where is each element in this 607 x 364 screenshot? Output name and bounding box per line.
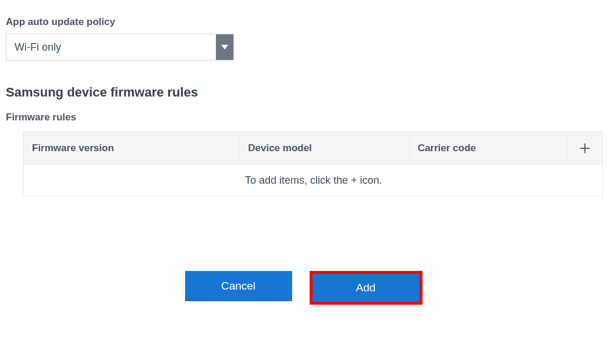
policy-select-value: Wi-Fi only — [6, 34, 216, 60]
th-carrier-code: Carrier code — [410, 132, 567, 164]
firmware-rules-table: Firmware version Device model Carrier co… — [23, 131, 603, 197]
button-bar: Cancel Add — [6, 271, 601, 305]
table-header-row: Firmware version Device model Carrier co… — [24, 132, 602, 165]
add-button-highlight: Add — [310, 271, 423, 305]
table-empty-row: To add items, click the + icon. — [24, 165, 602, 196]
section-heading: Samsung device firmware rules — [6, 85, 601, 100]
firmware-rules-label: Firmware rules — [6, 112, 601, 123]
policy-label: App auto update policy — [6, 16, 601, 28]
add-row-button[interactable] — [567, 132, 602, 164]
policy-select[interactable]: Wi-Fi only — [6, 34, 234, 60]
table-empty-message: To add items, click the + icon. — [24, 174, 602, 187]
chevron-down-icon — [216, 34, 233, 60]
cancel-button[interactable]: Cancel — [185, 271, 292, 301]
plus-icon — [578, 142, 591, 155]
add-button[interactable]: Add — [313, 274, 420, 302]
th-firmware-version: Firmware version — [24, 132, 240, 164]
th-device-model: Device model — [240, 132, 409, 164]
